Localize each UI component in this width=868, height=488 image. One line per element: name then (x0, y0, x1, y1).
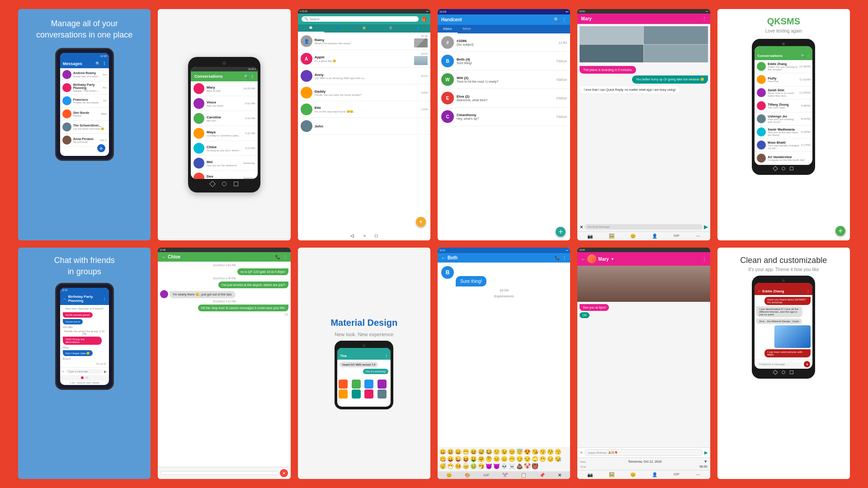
qksms-conv-row[interactable]: Samir Wadhwania See you at the next Hack… (755, 126, 812, 139)
dropdown-icon[interactable]: ▼ (611, 257, 614, 261)
quick-reply-input[interactable]: Happy Birthday! 🎉🎊🎈 (585, 449, 703, 456)
nav-recents[interactable] (234, 182, 238, 186)
gosms-row[interactable]: A Apple It's a good day 😊 15:01 (298, 50, 430, 68)
camera-icon[interactable]: 📷 (587, 472, 593, 477)
search-icon[interactable]: 🔍 (244, 75, 249, 79)
nav-back-icon[interactable]: ◁ (350, 233, 354, 238)
contact-row[interactable]: Francisco Thanks for the heads up! Fri (60, 94, 109, 108)
more-icon[interactable]: ⋮ (702, 257, 707, 262)
send-button[interactable]: + (804, 361, 810, 367)
back-icon[interactable]: ← (63, 297, 66, 301)
fab-compose[interactable]: + (416, 217, 426, 227)
compose-input[interactable]: Compose a message (757, 362, 802, 366)
handcent-row[interactable]: W Will (2) Time to hit the road. U ready… (438, 70, 570, 89)
conv-row[interactable]: Mary Best of luck 10:25 PM (191, 81, 258, 96)
call-icon[interactable]: 📞 (801, 290, 805, 293)
tab-settings[interactable]: ⚙️ (377, 24, 404, 33)
close-icon[interactable]: ✕ (558, 473, 561, 478)
more-icon[interactable]: ⋮ (562, 17, 566, 22)
gosms-row[interactable]: Daddy Candy, can you take me home tonigh… (298, 84, 430, 101)
send-icon[interactable]: ▶ (704, 450, 708, 455)
nav-recents-icon[interactable]: □ (375, 233, 377, 238)
qksms-conv-row[interactable]: Ari Vaniderstine Congrats on the Microso… (755, 152, 812, 165)
qksms-conv-row[interactable]: Fluffy Feed me 11:31AM (755, 73, 812, 86)
fab-compose[interactable]: + (835, 226, 845, 236)
call-icon[interactable]: 📞 (275, 255, 280, 259)
more-icon[interactable]: ⋮ (562, 256, 566, 260)
fab-compose[interactable]: + (97, 144, 105, 152)
image-icon[interactable]: 🖼️ (609, 234, 614, 239)
nav-home[interactable] (222, 182, 226, 186)
back-icon[interactable]: ← (441, 255, 446, 260)
add-icon[interactable]: + (62, 370, 65, 374)
conv-row[interactable]: Maya Coming to Caroline's party... 4:15 … (191, 126, 258, 141)
more-icon[interactable]: ⋮ (807, 290, 810, 293)
close-icon[interactable]: ✕ (580, 450, 583, 455)
gif-tab-label[interactable]: GIF (483, 473, 489, 477)
handcent-row[interactable]: E Elva (2) Awesome, what time? 7/30/14 (438, 89, 570, 108)
gosms-row[interactable]: Elle I'm on the way back home 😊😊... 11/2… (298, 101, 430, 118)
sticker-icon[interactable]: 😊 (630, 234, 636, 239)
nav-home-icon[interactable]: ○ (363, 233, 366, 238)
qksms-conv-row[interactable]: Eddie Zhang Dude! Are you coming to the … (755, 60, 812, 73)
gif-icon[interactable]: GIF (674, 234, 679, 239)
more-icon[interactable]: ⋮ (102, 61, 106, 66)
handcent-row[interactable]: C Cleanthony Hey, what's up? 7/30/14 (438, 108, 570, 126)
gosms-row[interactable]: Anny GO SMS is an amazing SMS app with c… (298, 68, 430, 84)
emoji-tab-icon[interactable]: 😊 (446, 473, 452, 478)
cut-icon[interactable]: ✂️ (502, 473, 508, 478)
more-icon[interactable]: ⋮ (250, 75, 254, 79)
qksms-conv-row[interactable]: Tiffany Zhong You can't wait! 5:38PM (755, 99, 812, 113)
search-icon[interactable]: 🔍 (554, 17, 559, 22)
handcent-row[interactable]: # #3286 (No subject) 11:54 (438, 33, 570, 52)
contact-row[interactable]: Andrew Rowny Great! See you soon 🎊 2m (60, 68, 109, 81)
qksms-conv-row[interactable]: Moez Bhatti Your app literally changed m… (755, 139, 812, 152)
more-icon[interactable]: ⋮ (807, 54, 810, 58)
call-icon[interactable]: 📞 (555, 256, 560, 260)
conv-row[interactable]: Mel See you on the weekend Yesterday (191, 156, 258, 171)
contact-row[interactable]: Tim Schwerdtner... Let me know next time… (60, 121, 109, 134)
send-icon[interactable]: ▶ (104, 370, 107, 374)
dropdown-icon[interactable]: ▼ (704, 460, 708, 464)
gift-icon[interactable]: 🎁 (421, 17, 427, 22)
gosms-row[interactable]: 👤 Rainy What's the weather like today? 1… (298, 33, 430, 50)
close-icon[interactable]: ✕ (580, 225, 583, 230)
more-icon[interactable]: ⋮ (702, 16, 707, 21)
tab-favorites[interactable]: ⭐ (351, 24, 377, 33)
qksms-conv-row[interactable]: Sarah Shin Wow! This is so much better t… (755, 86, 812, 99)
message-input[interactable] (160, 471, 278, 475)
draft-message-input[interactable]: Set Draft Message (585, 224, 702, 230)
send-icon[interactable]: ▶ (704, 224, 708, 230)
copy-icon[interactable]: 📋 (521, 473, 526, 478)
back-icon[interactable]: ← (581, 257, 585, 262)
search-icon[interactable]: 🔍 (801, 54, 805, 58)
contact-icon[interactable]: 👤 (652, 234, 657, 239)
paste-icon[interactable]: 📌 (539, 473, 545, 478)
contact-row[interactable]: Shri Borde Picture Wed (60, 108, 109, 121)
tab-messages[interactable]: 💬 (298, 24, 325, 33)
qksms-conv-row[interactable]: Ushengo Jnr How was the meeting with Zuc… (755, 113, 812, 126)
nav-back[interactable] (209, 181, 216, 187)
more-icon[interactable]: ⋯ (696, 234, 700, 239)
tab-more[interactable]: More (458, 25, 476, 33)
contact-row[interactable]: Birthday Party Planning Natalie: That ph… (60, 81, 109, 94)
contact-icon[interactable]: 👤 (652, 472, 657, 477)
tab-people[interactable]: 👥 (404, 24, 430, 33)
back-icon[interactable]: ← (757, 289, 761, 293)
conv-row[interactable]: Chloe As long as you don't drink too... … (191, 141, 258, 156)
back-icon[interactable]: ← (161, 254, 166, 259)
time-value[interactable]: 08:30 (699, 465, 708, 468)
conv-row[interactable]: Dev Am in upstairs spot 😊 Yesterday (191, 171, 258, 179)
image-icon[interactable]: 🖼️ (609, 472, 614, 477)
fab-compose[interactable]: + (556, 227, 566, 237)
more-icon[interactable]: ⋯ (696, 472, 700, 477)
more-icon[interactable]: ⋮ (103, 297, 106, 301)
camera-icon[interactable]: 📷 (587, 234, 593, 239)
tab-contacts[interactable]: 👤 (324, 24, 351, 33)
sticker-icon[interactable]: 😊 (630, 472, 636, 477)
gif-label[interactable]: GIF (674, 472, 679, 477)
message-input[interactable]: Type a message (66, 369, 102, 374)
handcent-row[interactable]: B Beth (4) Sure thing! 7/30/14 (438, 52, 570, 70)
tab-inbox[interactable]: Inbox (438, 25, 458, 33)
cancel-send-icon[interactable]: ✕ (280, 469, 288, 477)
